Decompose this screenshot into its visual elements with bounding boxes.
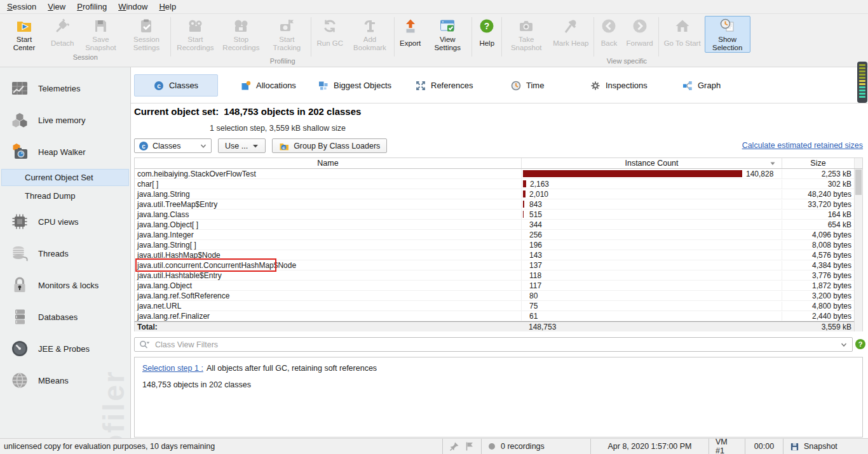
column-header-name[interactable]: Name [135, 158, 521, 168]
table-row[interactable]: java.util.Hashtable$Entry1183,776 bytes [135, 270, 862, 281]
view-settings-button[interactable]: View Settings [424, 16, 470, 53]
toolbar-button-label: Take Snapshot [507, 35, 545, 52]
export-button[interactable]: Export [396, 16, 424, 53]
instance-count-bar [523, 180, 526, 187]
tab-allocations[interactable]: Allocations [234, 74, 303, 97]
mark-heap-button[interactable]: Mark Heap [549, 16, 592, 53]
filter-help-icon[interactable]: ? [855, 338, 866, 350]
forward-button[interactable]: Forward [622, 16, 656, 53]
view-mode-dropdown[interactable]: c Classes [134, 138, 212, 153]
tab-label: Inspections [606, 81, 648, 90]
show-selection-icon [719, 17, 736, 35]
recordings-status[interactable]: 0 recordings [481, 439, 590, 454]
table-row[interactable]: java.lang.String2,01048,240 bytes [135, 189, 862, 199]
table-row[interactable]: java.lang.Object[ ]344654 kB [135, 220, 862, 230]
use-button[interactable]: Use ... [218, 138, 266, 153]
class-table: Name Instance Count Size com.heibaiying.… [134, 157, 863, 331]
sidebar-item-heap-walker[interactable]: Heap Walker [0, 136, 130, 168]
table-row[interactable]: char[ ]2,163302 kB [135, 179, 862, 189]
tab-classes[interactable]: cClasses [134, 74, 218, 97]
table-row[interactable]: java.util.TreeMap$Entry84333,720 bytes [135, 199, 862, 210]
table-row[interactable]: java.util.HashMap$Node1434,576 bytes [135, 250, 862, 260]
tab-biggest-objects[interactable]: Biggest Objects [311, 74, 398, 97]
size-cell: 8,008 bytes [782, 241, 855, 250]
group-by-class-loaders-button[interactable]: c Group By Class Loaders [272, 138, 387, 153]
table-row[interactable]: java.lang.String[ ]1968,008 bytes [135, 240, 862, 250]
size-cell: 4,384 bytes [782, 261, 855, 270]
table-row[interactable]: java.lang.ref.SoftReference803,200 bytes [135, 291, 862, 301]
table-row[interactable]: java.lang.Object1171,872 bytes [135, 281, 862, 291]
detach-button[interactable]: Detach [47, 16, 78, 53]
sidebar-item-live-memory[interactable]: Live memory [0, 104, 130, 136]
search-filter-icon[interactable] [139, 340, 150, 349]
status-vm[interactable]: VM #1 [709, 439, 745, 454]
sort-descending-icon [770, 161, 776, 166]
scrollbar-thumb[interactable] [855, 170, 862, 195]
tab-graph[interactable]: Graph [675, 74, 728, 97]
class-view-filters-input[interactable] [154, 340, 836, 350]
table-row[interactable]: java.lang.Class515164 kB [135, 210, 862, 220]
view-mode-value: Classes [153, 142, 180, 150]
size-cell: 3,776 bytes [782, 271, 855, 280]
session-settings-button[interactable]: Session Settings [123, 16, 169, 53]
tab-label: Biggest Objects [334, 81, 391, 90]
sidebar-item-label: MBeans [38, 376, 69, 385]
instance-count-bar [523, 190, 526, 197]
sidebar-item-threads[interactable]: Threads [0, 237, 130, 269]
instance-count-value: 344 [529, 220, 542, 229]
run-gc-button[interactable]: Run GC [313, 16, 347, 53]
back-button[interactable]: Back [595, 16, 622, 53]
sidebar-item-databases[interactable]: Databases [0, 301, 130, 333]
flag-icon[interactable] [465, 441, 475, 451]
selection-step-link[interactable]: Selection step 1 : [142, 364, 203, 373]
table-scrollbar[interactable] [854, 169, 862, 331]
calculate-retained-sizes-link[interactable]: Calculate estimated retained sizes [742, 141, 863, 150]
classes-icon: c [139, 141, 149, 151]
time-icon [511, 81, 521, 91]
column-header-instance-count[interactable]: Instance Count [521, 158, 782, 168]
table-row[interactable]: java.lang.ref.Finalizer612,440 bytes [135, 311, 862, 321]
save-snapshot-button[interactable]: Save Snapshot [78, 16, 123, 53]
menu-window[interactable]: Window [112, 1, 153, 13]
tab-references[interactable]: References [409, 74, 480, 97]
add-bookmark-button[interactable]: Add Bookmark [347, 16, 393, 53]
record-dot-icon [488, 443, 496, 450]
show-selection-button[interactable]: Show Selection [705, 16, 750, 53]
tab-inspections[interactable]: Inspections [583, 74, 654, 97]
take-snapshot-button[interactable]: Take Snapshot [503, 16, 549, 53]
sidebar-item-cpu-views[interactable]: CPU views [0, 206, 130, 237]
menu-view[interactable]: View [42, 1, 71, 13]
sidebar-item-telemetries[interactable]: Telemetries [0, 72, 130, 104]
table-row[interactable]: com.heibaiying.StackOverFlowTest140,8282… [135, 169, 862, 179]
mbeans-icon [10, 371, 29, 390]
pin-icon[interactable] [449, 441, 459, 451]
instance-count-value: 843 [529, 200, 542, 209]
filter-chevron-down-icon[interactable] [840, 341, 848, 349]
indicator-stripe [859, 90, 865, 91]
sidebar-item-monitors-locks[interactable]: Monitors & locks [0, 269, 130, 301]
table-row[interactable]: java.lang.Integer2564,096 bytes [135, 230, 862, 240]
detach-icon [54, 17, 71, 35]
instance-count-value: 143 [529, 251, 542, 260]
live-memory-icon [10, 110, 29, 130]
instance-count-cell: 2,163 [521, 179, 782, 189]
indicator-stripe [859, 77, 865, 79]
table-row[interactable]: java.util.concurrent.ConcurrentHashMap$N… [135, 260, 862, 270]
start-tracking-button[interactable]: Start Tracking [264, 16, 309, 53]
stop-recordings-button[interactable]: Stop Recordings [218, 16, 264, 53]
menu-session[interactable]: Session [1, 1, 42, 13]
start-center-button[interactable]: Start Center [1, 16, 47, 53]
column-header-size[interactable]: Size [782, 158, 854, 168]
menu-profiling[interactable]: Profiling [71, 1, 112, 13]
go-to-start-button[interactable]: Go To Start [660, 16, 705, 53]
size-cell: 48,240 bytes [782, 190, 855, 199]
table-row[interactable]: java.net.URL754,800 bytes [135, 301, 862, 311]
menu-help[interactable]: Help [153, 1, 182, 13]
start-recordings-button[interactable]: Start Recordings [172, 16, 218, 53]
instance-count-value: 140,828 [746, 170, 773, 178]
tab-time[interactable]: Time [504, 74, 551, 97]
sidebar-item-thread-dump[interactable]: Thread Dump [1, 187, 129, 204]
help-button[interactable]: ?Help [473, 16, 500, 53]
toolbar-group: Start RecordingsStop RecordingsStart Tra… [172, 16, 393, 66]
sidebar-item-current-object-set[interactable]: Current Object Set [1, 169, 129, 186]
